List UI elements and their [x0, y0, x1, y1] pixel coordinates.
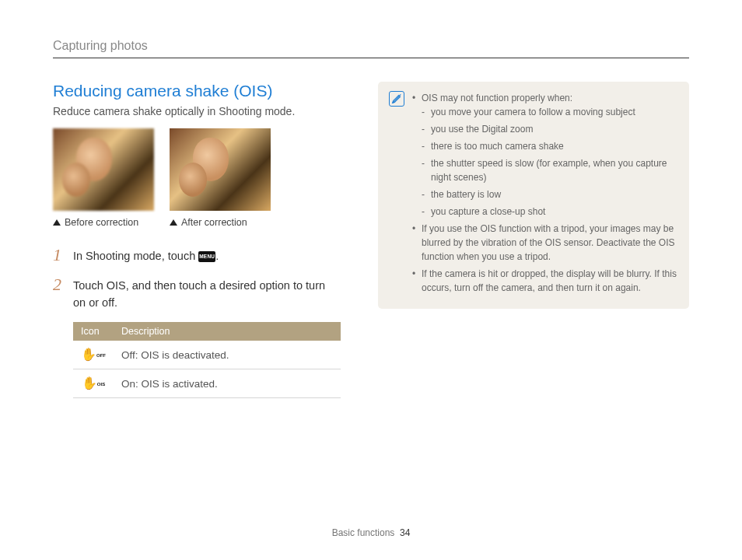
ois-on-icon: ✋OIS	[73, 369, 114, 398]
ois-off-icon: ✋OFF	[73, 341, 114, 369]
note-intro: OIS may not function properly when:	[422, 93, 572, 103]
step-2-bold: OIS	[107, 279, 126, 292]
section-header: Capturing photos	[53, 39, 689, 58]
footer-section: Basic functions	[332, 527, 395, 538]
table-row: ✋OIS On: OIS is activated.	[73, 369, 341, 398]
caption-after-text: After correction	[181, 217, 247, 228]
note-item: OIS may not function properly when: you …	[412, 91, 678, 219]
note-icon	[389, 91, 404, 107]
step-number: 2	[53, 276, 65, 293]
ois-on-desc: On: OIS is activated.	[114, 369, 341, 398]
right-column: OIS may not function properly when: you …	[378, 82, 689, 398]
left-column: Reducing camera shake (OIS) Reduce camer…	[53, 82, 341, 398]
note-subitem: you move your camera to follow a moving …	[422, 105, 678, 119]
step-2: 2 Touch OIS, and then touch a desired op…	[53, 276, 341, 312]
photo-before-correction	[53, 128, 154, 211]
table-row: ✋OFF Off: OIS is deactivated.	[73, 341, 341, 369]
page-footer: Basic functions 34	[0, 527, 742, 538]
svg-line-0	[393, 94, 401, 103]
menu-icon: MENU	[198, 251, 215, 262]
step-1-pre: In Shooting mode, touch	[73, 250, 198, 262]
note-item: If the camera is hit or dropped, the dis…	[412, 267, 678, 295]
step-text: Touch OIS, and then touch a desired opti…	[73, 276, 341, 312]
table-header-desc: Description	[114, 322, 341, 341]
footer-page-number: 34	[400, 527, 410, 538]
ois-off-desc: Off: OIS is deactivated.	[114, 341, 341, 369]
caption-before: Before correction	[53, 217, 154, 228]
photo-after-correction	[170, 128, 271, 211]
note-subitem: the shutter speed is slow (for example, …	[422, 156, 678, 184]
step-1: 1 In Shooting mode, touch MENU.	[53, 247, 341, 265]
step-text: In Shooting mode, touch MENU.	[73, 247, 219, 265]
note-list: OIS may not function properly when: you …	[412, 91, 678, 298]
step-1-post: .	[215, 250, 219, 262]
step-number: 1	[53, 247, 65, 264]
triangle-up-icon	[170, 219, 177, 226]
note-subitem: the battery is low	[422, 187, 678, 201]
table-header-icon: Icon	[73, 322, 114, 341]
note-subitem: you use the Digital zoom	[422, 122, 678, 136]
note-item: If you use the OIS function with a tripo…	[412, 222, 678, 264]
note-subitem: there is too much camera shake	[422, 139, 678, 153]
caption-before-text: Before correction	[65, 217, 138, 228]
options-table: Icon Description ✋OFF Off: OIS is deacti…	[73, 322, 341, 398]
page-title: Reducing camera shake (OIS)	[53, 82, 341, 100]
note-box: OIS may not function properly when: you …	[378, 82, 689, 309]
page-subtitle: Reduce camera shake optically in Shootin…	[53, 105, 341, 117]
triangle-up-icon	[53, 219, 61, 226]
step-2-pre: Touch	[73, 279, 107, 292]
caption-after: After correction	[170, 217, 271, 228]
note-subitem: you capture a close-up shot	[422, 205, 678, 219]
